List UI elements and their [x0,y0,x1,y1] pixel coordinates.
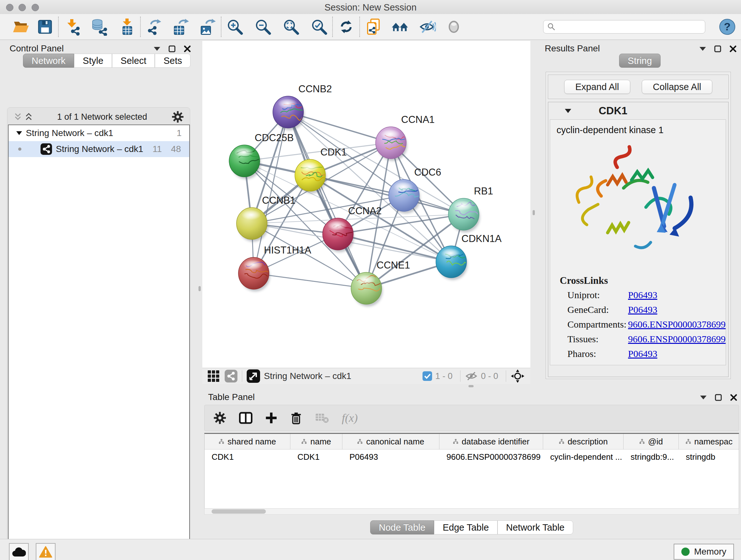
tab-node-table[interactable]: Node Table [370,520,434,535]
network-row[interactable]: String Network – cdk1 11 48 [9,141,189,157]
node-table[interactable]: shared namenamecanonical namedatabase id… [204,433,739,515]
birdseye-view-button[interactable] [207,370,219,382]
column-header-database-identifier[interactable]: database identifier [440,434,543,449]
tab-network-table[interactable]: Network Table [497,520,573,535]
table-toolbar: f(x) [204,405,739,431]
section-expander-icon[interactable] [565,109,571,113]
scrollbar-thumb[interactable] [212,509,266,514]
collapse-panel-icon[interactable] [154,47,160,51]
network-edge-CCNB2-CCNE1[interactable] [288,112,366,288]
float-panel-icon[interactable] [169,45,176,52]
crosslink-link[interactable]: 9606.ENSP00000378699 [628,334,726,345]
crosslink-link[interactable]: P06493 [628,290,657,300]
crosslink-link[interactable]: 9606.ENSP00000378699 [628,319,726,330]
zoom-in-button[interactable] [226,17,244,37]
save-session-button[interactable] [36,17,54,37]
import-table-button[interactable] [118,17,136,37]
column-header-name[interactable]: name [290,434,342,449]
crosslink-link[interactable]: P06493 [628,348,657,359]
gene-section-header[interactable]: CDK1 [548,102,728,119]
function-builder-label[interactable]: f(x) [342,411,358,425]
show-columns-icon[interactable] [239,412,253,424]
warning-status-button[interactable] [36,543,56,560]
update-network-button[interactable] [337,17,355,37]
clone-network-icon [364,18,382,36]
crosslink-link[interactable]: P06493 [628,304,657,315]
close-panel-icon[interactable] [730,394,737,401]
network-node-CCNA1[interactable]: CCNA1 [376,114,434,161]
network-options-gear-icon[interactable] [172,111,184,123]
close-panel-icon[interactable] [730,45,737,52]
tab-select[interactable]: Select [112,54,155,68]
cloud-status-button[interactable] [9,543,29,560]
export-image-button[interactable] [199,17,217,37]
selected-counts: 1 - 0 [435,371,453,381]
open-session-button[interactable] [11,17,30,37]
table-options-gear-icon[interactable] [213,412,226,424]
show-hide-button[interactable] [418,17,436,37]
tab-network[interactable]: Network [23,54,74,68]
network-edge-HIST1H1A-CCNE1[interactable] [254,273,366,288]
string-home-button[interactable] [391,17,409,37]
right-splitter-handle[interactable] [533,210,535,215]
close-panel-icon[interactable] [184,45,191,52]
collapse-panel-icon[interactable] [700,395,706,399]
collapse-all-icon[interactable] [14,113,22,121]
float-panel-icon[interactable] [714,45,721,52]
table-row[interactable]: CDK1CDK1P064939606.ENSP00000378699cyclin… [205,449,739,464]
network-node-RB1[interactable]: RB1 [448,186,493,233]
separator [460,370,461,382]
control-panel-controls [154,45,191,52]
node-label-CDKN1A: CDKN1A [461,233,502,244]
network-node-CCNB1[interactable]: CCNB1 [237,195,295,242]
expand-all-button[interactable]: Expand All [564,80,630,94]
collapse-all-button[interactable]: Collapse All [642,80,713,94]
left-splitter-handle[interactable] [199,286,201,291]
float-panel-icon[interactable] [715,394,722,401]
column-header-namespac[interactable]: namespac [679,434,739,449]
network-canvas[interactable]: CCNB2CCNA1CDC25BCDK1CDC6RB1CCNB1CCNA2CDK… [202,41,530,368]
export-network-button[interactable] [145,17,163,37]
tab-edge-table[interactable]: Edge Table [434,520,497,535]
protein-structure-image [569,137,703,261]
network-collection-row[interactable]: String Network – cdk1 1 [9,125,189,141]
horizontal-splitter-handle[interactable] [468,385,474,387]
tree-expander-icon[interactable] [16,131,22,135]
crosslink-label: Uniprot: [567,290,600,300]
zoom-selected-button[interactable] [310,17,328,37]
import-network-button[interactable] [63,17,81,37]
add-column-icon[interactable] [265,412,277,424]
column-header-description[interactable]: description [543,434,623,449]
tab-style[interactable]: Style [74,54,112,68]
network-node-CCNB2[interactable]: CCNB2 [273,83,332,130]
gene-description: cyclin-dependent kinase 1 [556,125,664,135]
selected-checkbox[interactable] [422,371,432,381]
fit-selected-button[interactable] [511,369,525,383]
table-horizontal-scrollbar[interactable] [204,508,739,515]
memory-label: Memory [694,547,726,557]
network-node-CCNE1[interactable]: CCNE1 [351,260,410,307]
search-input[interactable] [543,20,705,34]
delete-column-icon[interactable] [290,411,302,425]
column-header--id[interactable]: @id [623,434,679,449]
help-button[interactable]: ? [718,17,737,37]
tab-sets[interactable]: Sets [155,54,191,68]
expand-all-icon[interactable] [25,113,32,121]
import-network-from-database-button[interactable] [90,17,108,37]
hidden-elements-button[interactable] [465,371,478,381]
network-node-CDKN1A[interactable]: CDKN1A [436,233,502,280]
zoom-fit-button[interactable] [282,17,300,37]
memory-button[interactable]: Memory [674,544,734,560]
table-cell: stringdb [679,449,739,464]
annotation-orb-button[interactable] [445,17,463,37]
zoom-out-button[interactable] [254,17,272,37]
export-view-button[interactable] [247,369,260,383]
network-view-share-button[interactable] [225,370,238,382]
tab-string[interactable]: String [619,54,661,68]
column-header-shared-name[interactable]: shared name [205,434,290,449]
network-node-HIST1H1A[interactable]: HIST1H1A [239,245,311,292]
column-header-canonical-name[interactable]: canonical name [342,434,440,449]
clone-network-button[interactable] [364,17,383,37]
export-table-button[interactable] [172,17,190,37]
collapse-panel-icon[interactable] [699,47,706,51]
